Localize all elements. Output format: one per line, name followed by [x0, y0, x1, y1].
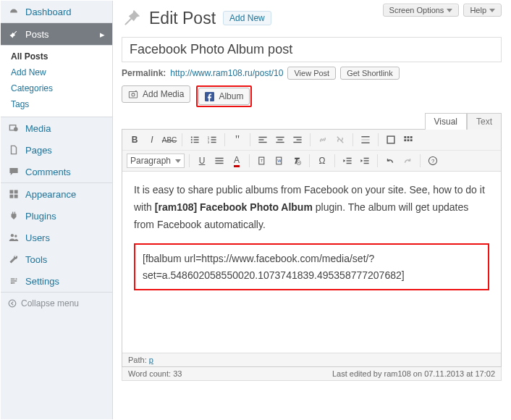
svg-text:3: 3 — [208, 140, 210, 144]
svg-point-6 — [11, 234, 14, 237]
svg-rect-22 — [211, 137, 216, 138]
svg-rect-27 — [258, 137, 266, 138]
undo-button[interactable] — [382, 153, 398, 169]
strike-button[interactable]: ABC — [161, 132, 177, 148]
sidebar-item-media[interactable]: Media — [1, 117, 112, 139]
svg-point-1 — [14, 127, 18, 132]
sidebar-item-pages[interactable]: Pages — [1, 139, 112, 161]
svg-rect-32 — [276, 142, 284, 143]
collapse-menu[interactable]: Collapse menu — [1, 292, 112, 314]
svg-point-12 — [132, 93, 135, 96]
pin-icon — [122, 8, 142, 28]
posts-submenu: All Posts Add New Categories Tags — [1, 45, 112, 117]
separator — [249, 154, 250, 167]
tab-visual[interactable]: Visual — [425, 113, 467, 130]
content-paragraph: It is easy to share public albums from F… — [134, 182, 489, 233]
screen-options-label: Screen Options — [389, 6, 444, 14]
svg-text:T: T — [261, 159, 263, 163]
tools-icon — [8, 253, 20, 265]
svg-rect-30 — [276, 137, 284, 138]
kitchensink-button[interactable] — [400, 132, 416, 148]
pin-icon — [8, 28, 20, 40]
svg-rect-39 — [387, 136, 394, 143]
svg-point-10 — [9, 300, 16, 307]
bold-button[interactable]: B — [127, 132, 143, 148]
sidebar-item-posts[interactable]: Posts ▸ — [1, 22, 112, 45]
ul-button[interactable] — [187, 132, 203, 148]
sidebar-label: Media — [25, 123, 51, 134]
plugin-icon — [8, 210, 20, 222]
italic-button[interactable]: I — [144, 132, 160, 148]
indent-button[interactable] — [357, 153, 373, 169]
sidebar-label: Tools — [25, 254, 47, 265]
paste-text-button[interactable]: T — [254, 153, 270, 169]
svg-rect-35 — [293, 142, 301, 143]
users-icon — [8, 232, 20, 243]
path-label: Path: — [128, 356, 147, 364]
post-title-input[interactable]: Facebook Photo Album post — [122, 37, 502, 62]
help-icon-button[interactable]: ? — [425, 153, 441, 169]
screen-options-button[interactable]: Screen Options — [383, 4, 460, 17]
quote-button[interactable]: " — [229, 132, 245, 148]
svg-text:?: ? — [431, 158, 434, 164]
page-heading: Edit Post — [149, 9, 216, 28]
svg-point-15 — [191, 136, 193, 138]
align-right-button[interactable] — [290, 132, 305, 148]
ol-button[interactable]: 123 — [204, 132, 220, 148]
remove-format-button[interactable] — [289, 153, 305, 169]
editor-content[interactable]: It is easy to share public albums from F… — [122, 172, 501, 353]
view-post-button[interactable]: View Post — [287, 67, 336, 80]
unlink-button[interactable] — [332, 132, 348, 148]
charmap-button[interactable]: Ω — [314, 153, 330, 169]
separator — [310, 133, 311, 146]
sidebar-item-comments[interactable]: Comments — [1, 161, 112, 182]
svg-rect-41 — [407, 136, 410, 138]
submenu-tags[interactable]: Tags — [1, 96, 112, 112]
more-button[interactable] — [358, 132, 373, 148]
submenu-add-new[interactable]: Add New — [1, 64, 112, 80]
editor-toolbar: B I ABC 123 " — [122, 130, 501, 172]
sidebar-item-users[interactable]: Users — [1, 227, 112, 248]
svg-rect-3 — [14, 190, 18, 193]
sidebar-label: Pages — [25, 145, 52, 156]
album-label: Album — [219, 91, 243, 101]
path-value[interactable]: p — [149, 356, 153, 364]
outdent-button[interactable] — [339, 153, 355, 169]
help-button[interactable]: Help — [463, 4, 502, 17]
underline-button[interactable]: U — [194, 153, 210, 169]
svg-point-9 — [11, 282, 12, 284]
sidebar-label: Comments — [25, 167, 71, 177]
last-edited: Last edited by ram108 on 07.11.2013 at 1… — [332, 369, 495, 378]
svg-point-7 — [14, 235, 17, 238]
link-button[interactable] — [315, 132, 331, 148]
add-new-button[interactable]: Add New — [223, 11, 271, 25]
svg-rect-58 — [364, 160, 369, 161]
tab-text[interactable]: Text — [467, 113, 502, 130]
chevron-down-icon — [489, 9, 495, 12]
admin-sidebar: Dashboard Posts ▸ All Posts Add New Cate… — [1, 1, 113, 419]
justify-button[interactable] — [211, 153, 227, 169]
add-media-button[interactable]: Add Media — [122, 85, 190, 103]
textcolor-button[interactable]: A — [229, 153, 245, 169]
sidebar-item-plugins[interactable]: Plugins — [1, 205, 112, 227]
svg-rect-4 — [9, 195, 13, 198]
sidebar-item-settings[interactable]: Settings — [1, 270, 112, 292]
svg-rect-18 — [194, 139, 199, 140]
align-center-button[interactable] — [272, 132, 288, 148]
redo-button[interactable] — [400, 153, 415, 169]
format-select[interactable]: Paragraph — [127, 154, 185, 168]
sidebar-item-appearance[interactable]: Appearance — [1, 182, 112, 205]
permalink-url[interactable]: http://www.ram108.ru/post/10 — [170, 68, 283, 78]
fullscreen-button[interactable] — [383, 132, 399, 148]
sidebar-item-tools[interactable]: Tools — [1, 248, 112, 270]
align-left-button[interactable] — [255, 132, 271, 148]
album-button[interactable]: Album — [198, 88, 250, 105]
sidebar-item-dashboard[interactable]: Dashboard — [1, 1, 112, 22]
submenu-all-posts[interactable]: All Posts — [1, 49, 112, 64]
separator — [420, 154, 421, 167]
svg-rect-28 — [258, 139, 263, 140]
get-shortlink-button[interactable]: Get Shortlink — [340, 67, 400, 80]
submenu-categories[interactable]: Categories — [1, 80, 112, 96]
svg-rect-37 — [361, 139, 369, 140]
paste-word-button[interactable]: W — [271, 153, 287, 169]
